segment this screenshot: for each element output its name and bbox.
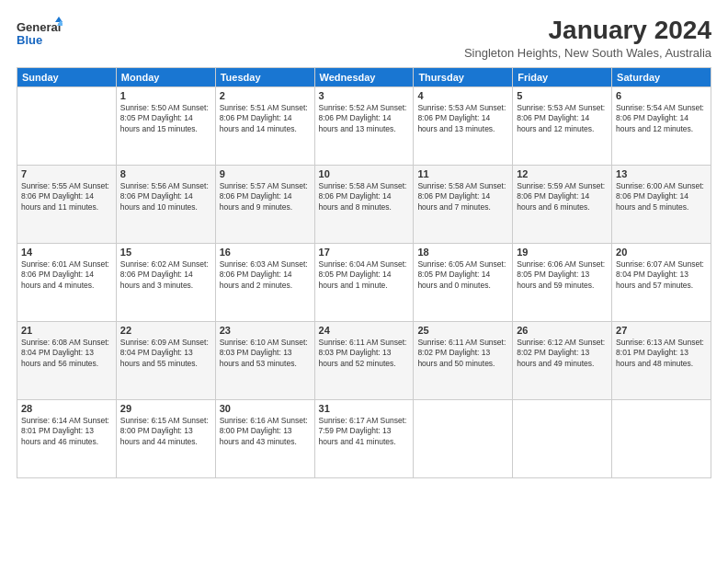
calendar-cell: 16Sunrise: 6:03 AM Sunset: 8:06 PM Dayli… (215, 243, 314, 321)
day-info: Sunrise: 6:14 AM Sunset: 8:01 PM Dayligh… (21, 416, 112, 449)
day-info: Sunrise: 6:11 AM Sunset: 8:03 PM Dayligh… (319, 338, 410, 371)
svg-marker-2 (55, 17, 63, 22)
title-block: January 2024 Singleton Heights, New Sout… (464, 15, 711, 60)
day-number: 21 (21, 325, 112, 336)
day-info: Sunrise: 5:58 AM Sunset: 8:06 PM Dayligh… (417, 181, 508, 214)
calendar-cell: 19Sunrise: 6:06 AM Sunset: 8:05 PM Dayli… (513, 243, 612, 321)
col-saturday: Saturday (612, 67, 711, 86)
calendar-cell: 28Sunrise: 6:14 AM Sunset: 8:01 PM Dayli… (17, 399, 117, 477)
col-sunday: Sunday (17, 67, 117, 86)
day-info: Sunrise: 5:56 AM Sunset: 8:06 PM Dayligh… (120, 181, 211, 214)
day-number: 28 (21, 403, 112, 414)
calendar-cell: 26Sunrise: 6:12 AM Sunset: 8:02 PM Dayli… (513, 321, 612, 399)
day-number: 19 (517, 247, 608, 258)
day-number: 17 (319, 247, 410, 258)
day-info: Sunrise: 6:00 AM Sunset: 8:06 PM Dayligh… (616, 181, 707, 214)
calendar-cell: 5Sunrise: 5:53 AM Sunset: 8:06 PM Daylig… (513, 86, 612, 165)
day-info: Sunrise: 5:52 AM Sunset: 8:06 PM Dayligh… (319, 103, 410, 136)
calendar-cell: 21Sunrise: 6:08 AM Sunset: 8:04 PM Dayli… (17, 321, 117, 399)
day-number: 2 (220, 90, 311, 101)
day-info: Sunrise: 5:51 AM Sunset: 8:06 PM Dayligh… (220, 103, 311, 136)
calendar-cell (513, 399, 612, 477)
day-number: 25 (417, 325, 508, 336)
col-thursday: Thursday (414, 67, 513, 86)
calendar-cell: 15Sunrise: 6:02 AM Sunset: 8:06 PM Dayli… (116, 243, 215, 321)
calendar-cell (414, 399, 513, 477)
day-number: 4 (417, 90, 508, 101)
col-tuesday: Tuesday (215, 67, 314, 86)
day-info: Sunrise: 6:05 AM Sunset: 8:05 PM Dayligh… (417, 259, 508, 293)
day-number: 13 (616, 168, 707, 179)
day-info: Sunrise: 5:59 AM Sunset: 8:06 PM Dayligh… (517, 181, 608, 214)
calendar-cell: 14Sunrise: 6:01 AM Sunset: 8:06 PM Dayli… (17, 243, 117, 321)
calendar-cell: 30Sunrise: 6:16 AM Sunset: 8:00 PM Dayli… (215, 399, 314, 477)
day-info: Sunrise: 5:53 AM Sunset: 8:06 PM Dayligh… (417, 103, 508, 136)
day-info: Sunrise: 6:12 AM Sunset: 8:02 PM Dayligh… (517, 338, 608, 371)
day-number: 20 (616, 247, 707, 258)
day-number: 29 (120, 403, 211, 414)
day-number: 18 (417, 247, 508, 258)
calendar-week-0: 1Sunrise: 5:50 AM Sunset: 8:05 PM Daylig… (17, 86, 711, 165)
day-info: Sunrise: 6:17 AM Sunset: 7:59 PM Dayligh… (319, 416, 410, 449)
calendar-cell: 3Sunrise: 5:52 AM Sunset: 8:06 PM Daylig… (314, 86, 414, 165)
day-number: 14 (21, 247, 112, 258)
page: General Blue January 2024 Singleton Heig… (0, 0, 728, 563)
day-info: Sunrise: 5:54 AM Sunset: 8:06 PM Dayligh… (616, 103, 707, 136)
day-number: 30 (220, 403, 311, 414)
calendar-cell: 7Sunrise: 5:55 AM Sunset: 8:06 PM Daylig… (17, 165, 117, 243)
calendar-cell: 11Sunrise: 5:58 AM Sunset: 8:06 PM Dayli… (414, 165, 513, 243)
calendar-cell: 12Sunrise: 5:59 AM Sunset: 8:06 PM Dayli… (513, 165, 612, 243)
day-number: 16 (220, 247, 311, 258)
day-info: Sunrise: 6:15 AM Sunset: 8:00 PM Dayligh… (120, 416, 211, 449)
calendar-cell: 8Sunrise: 5:56 AM Sunset: 8:06 PM Daylig… (116, 165, 215, 243)
day-info: Sunrise: 6:04 AM Sunset: 8:05 PM Dayligh… (319, 259, 410, 293)
day-number: 12 (517, 168, 608, 179)
calendar-cell (612, 399, 711, 477)
day-info: Sunrise: 6:09 AM Sunset: 8:04 PM Dayligh… (120, 338, 211, 371)
day-info: Sunrise: 5:53 AM Sunset: 8:06 PM Dayligh… (517, 103, 608, 136)
location-subtitle: Singleton Heights, New South Wales, Aust… (464, 46, 711, 60)
calendar-cell: 10Sunrise: 5:58 AM Sunset: 8:06 PM Dayli… (314, 165, 414, 243)
calendar-cell: 4Sunrise: 5:53 AM Sunset: 8:06 PM Daylig… (414, 86, 513, 165)
calendar-week-2: 14Sunrise: 6:01 AM Sunset: 8:06 PM Dayli… (17, 243, 711, 321)
day-info: Sunrise: 6:01 AM Sunset: 8:06 PM Dayligh… (21, 259, 112, 293)
svg-text:Blue: Blue (17, 33, 42, 47)
calendar-cell: 24Sunrise: 6:11 AM Sunset: 8:03 PM Dayli… (314, 321, 414, 399)
calendar-cell: 17Sunrise: 6:04 AM Sunset: 8:05 PM Dayli… (314, 243, 414, 321)
calendar-cell: 23Sunrise: 6:10 AM Sunset: 8:03 PM Dayli… (215, 321, 314, 399)
day-number: 6 (616, 90, 707, 101)
day-number: 27 (616, 325, 707, 336)
col-friday: Friday (513, 67, 612, 86)
day-info: Sunrise: 6:11 AM Sunset: 8:02 PM Dayligh… (417, 338, 508, 371)
day-info: Sunrise: 6:06 AM Sunset: 8:05 PM Dayligh… (517, 259, 608, 293)
day-number: 15 (120, 247, 211, 258)
calendar-week-1: 7Sunrise: 5:55 AM Sunset: 8:06 PM Daylig… (17, 165, 711, 243)
day-number: 22 (120, 325, 211, 336)
day-info: Sunrise: 6:03 AM Sunset: 8:06 PM Dayligh… (220, 259, 311, 293)
day-number: 11 (417, 168, 508, 179)
calendar-cell: 13Sunrise: 6:00 AM Sunset: 8:06 PM Dayli… (612, 165, 711, 243)
day-number: 3 (319, 90, 410, 101)
svg-text:General: General (17, 20, 61, 34)
day-info: Sunrise: 5:50 AM Sunset: 8:05 PM Dayligh… (120, 103, 211, 136)
day-number: 31 (319, 403, 410, 414)
logo: General Blue (17, 15, 63, 52)
calendar-week-4: 28Sunrise: 6:14 AM Sunset: 8:01 PM Dayli… (17, 399, 711, 477)
col-wednesday: Wednesday (314, 67, 414, 86)
calendar-cell: 18Sunrise: 6:05 AM Sunset: 8:05 PM Dayli… (414, 243, 513, 321)
col-monday: Monday (116, 67, 215, 86)
month-title: January 2024 (464, 15, 711, 46)
day-number: 5 (517, 90, 608, 101)
day-info: Sunrise: 5:58 AM Sunset: 8:06 PM Dayligh… (319, 181, 410, 214)
day-number: 9 (220, 168, 311, 179)
day-info: Sunrise: 6:07 AM Sunset: 8:04 PM Dayligh… (616, 259, 707, 293)
calendar-cell: 31Sunrise: 6:17 AM Sunset: 7:59 PM Dayli… (314, 399, 414, 477)
calendar-cell: 1Sunrise: 5:50 AM Sunset: 8:05 PM Daylig… (116, 86, 215, 165)
day-number: 8 (120, 168, 211, 179)
day-number: 1 (120, 90, 211, 101)
header-row: Sunday Monday Tuesday Wednesday Thursday… (17, 67, 711, 86)
calendar-cell (17, 86, 117, 165)
calendar-table: Sunday Monday Tuesday Wednesday Thursday… (17, 67, 711, 478)
calendar-cell: 22Sunrise: 6:09 AM Sunset: 8:04 PM Dayli… (116, 321, 215, 399)
calendar-cell: 29Sunrise: 6:15 AM Sunset: 8:00 PM Dayli… (116, 399, 215, 477)
